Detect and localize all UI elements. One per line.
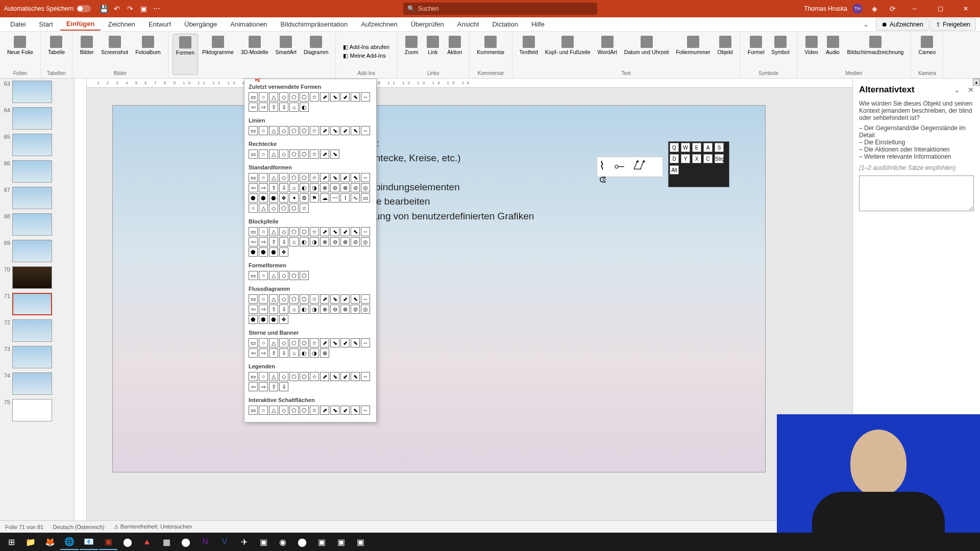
shape-item[interactable]: ⇩ — [279, 103, 288, 112]
shape-item[interactable]: △ — [269, 271, 278, 280]
shape-item[interactable]: ↔ — [361, 406, 370, 415]
shape-item[interactable]: ◇ — [279, 173, 288, 182]
shape-item[interactable]: ⇦ — [249, 382, 258, 391]
shape-item[interactable]: ⬉ — [351, 338, 360, 347]
diagramm-button[interactable]: Diagramm — [301, 34, 331, 75]
shape-item[interactable]: ⬡ — [300, 92, 309, 102]
alt-text-input[interactable] — [859, 176, 974, 211]
shape-item[interactable]: ⇧ — [269, 348, 278, 358]
shape-item[interactable]: ⬣ — [269, 193, 278, 203]
audio-button[interactable]: Audio — [823, 34, 843, 69]
shape-item[interactable]: ↔ — [361, 173, 370, 182]
datum-und-uhrzeit-button[interactable]: Datum und Uhrzeit — [621, 34, 672, 69]
foliennummer-button[interactable]: Foliennummer — [673, 34, 713, 69]
fotoalbum-button[interactable]: Fotoalbum — [132, 34, 164, 69]
shape-item[interactable]: ⬊ — [330, 92, 339, 102]
shape-item[interactable]: ⊗ — [340, 305, 350, 314]
slide-thumbnail[interactable]: 66 — [2, 160, 72, 183]
shape-item[interactable]: ❖ — [279, 247, 288, 257]
shape-item[interactable]: ⬉ — [351, 227, 360, 236]
slide-panel[interactable]: ▲ 63646566676869707172737475 — [0, 79, 75, 551]
shape-item[interactable]: △ — [269, 149, 278, 159]
tab-dictation[interactable]: Dictation — [486, 18, 524, 30]
shape-item[interactable]: ⇦ — [249, 237, 258, 246]
shape-item[interactable]: ◑ — [310, 183, 319, 192]
shape-item[interactable]: △ — [269, 372, 278, 381]
shape-item[interactable]: ▭ — [249, 406, 258, 415]
shape-item[interactable]: ⇨ — [259, 305, 268, 314]
shape-item[interactable]: △ — [269, 338, 278, 347]
app-icon[interactable]: ⬤ — [177, 534, 195, 550]
shape-item[interactable]: ◇ — [279, 92, 288, 102]
shape-item[interactable]: ⇨ — [259, 348, 268, 358]
shape-item[interactable]: ⬋ — [340, 372, 350, 381]
search-input[interactable]: 🔍 Suchen — [403, 3, 597, 15]
shape-item[interactable]: ⬠ — [289, 294, 299, 304]
shape-item[interactable]: ⬠ — [289, 372, 299, 381]
shape-item[interactable]: ⬊ — [330, 338, 339, 347]
shape-item[interactable]: ⬈ — [320, 338, 329, 347]
shape-item[interactable]: ⇧ — [269, 183, 278, 192]
ribbon-collapse-icon[interactable]: ⌄ — [857, 18, 875, 30]
slide-thumbnail[interactable]: 67 — [2, 187, 72, 209]
shape-item[interactable]: ⬉ — [351, 173, 360, 182]
shape-item[interactable]: ⬊ — [330, 126, 339, 135]
shape-item[interactable]: ⬈ — [320, 406, 329, 415]
symbol-button[interactable]: Symbol — [769, 34, 793, 69]
redo-icon[interactable]: ↷ — [125, 4, 135, 14]
shape-item[interactable]: ⬟ — [249, 247, 258, 257]
app-icon[interactable]: ▣ — [254, 534, 273, 550]
outlook-icon[interactable]: 📧 — [80, 534, 98, 550]
shape-item[interactable]: ⬠ — [289, 271, 299, 280]
shape-item[interactable]: ▭ — [249, 92, 258, 102]
shape-item[interactable]: ⬠ — [279, 204, 288, 213]
shape-item[interactable]: ◑ — [310, 348, 319, 358]
tab-entwurf[interactable]: Entwurf — [142, 18, 177, 30]
shapes-dropdown[interactable]: Zuletzt verwendete Formen▭○△◇⬠⬡☆⬈⬊⬋⬉↔⇦⇨⇧… — [244, 79, 377, 422]
slide-freeform-img[interactable]: ⌇ ⟜ ⌰ ⟃ — [597, 157, 663, 177]
slide-keyboard-img[interactable]: QWEASDYXCStrgAlt — [668, 141, 729, 187]
shape-item[interactable]: ⬊ — [330, 406, 339, 415]
shape-item[interactable]: ⇩ — [279, 237, 288, 246]
shape-item[interactable]: ⇧ — [269, 382, 278, 391]
shape-item[interactable]: ⌂ — [289, 103, 299, 112]
tab-bildschirmpräsentation[interactable]: Bildschirmpräsentation — [275, 18, 354, 30]
shape-item[interactable]: ⊗ — [340, 237, 350, 246]
app-icon[interactable]: ⬤ — [118, 534, 137, 550]
shape-item[interactable]: ☆ — [300, 204, 309, 213]
tab-start[interactable]: Start — [33, 18, 59, 30]
shape-item[interactable]: ○ — [259, 271, 268, 280]
shape-item[interactable]: ⬣ — [269, 247, 278, 257]
shape-item[interactable]: ☆ — [310, 406, 319, 415]
editor-area[interactable]: 1 2 3 4 5 6 7 8 9 10 11 12 13 14 15 16 1… — [87, 79, 852, 551]
tab-animationen[interactable]: Animationen — [224, 18, 273, 30]
app-icon[interactable]: ▣ — [351, 534, 370, 550]
shape-item[interactable]: ⬈ — [320, 173, 329, 182]
formen-button[interactable]: Formen — [173, 34, 198, 75]
shape-item[interactable]: ⬠ — [289, 92, 299, 102]
shape-item[interactable]: ⇨ — [259, 382, 268, 391]
shape-item[interactable]: ⬉ — [351, 92, 360, 102]
diamond-icon[interactable]: ◈ — [869, 4, 879, 14]
shape-item[interactable]: ⌂ — [289, 237, 299, 246]
tab-zeichnen[interactable]: Zeichnen — [102, 18, 141, 30]
shape-item[interactable]: ◇ — [279, 149, 288, 159]
link-button[interactable]: Link — [423, 34, 443, 69]
shape-item[interactable]: ⇨ — [259, 103, 268, 112]
shape-item[interactable]: ⬠ — [289, 126, 299, 135]
bilder-button[interactable]: Bilder — [77, 34, 97, 69]
shape-item[interactable]: ⬡ — [300, 338, 309, 347]
slide-thumbnail[interactable]: 63 — [2, 81, 72, 103]
shape-item[interactable]: ○ — [259, 294, 268, 304]
shape-item[interactable]: ◎ — [361, 237, 370, 246]
shape-item[interactable]: ▭ — [361, 193, 370, 203]
shape-item[interactable]: ▭ — [249, 271, 258, 280]
shape-item[interactable]: ⬟ — [249, 315, 258, 324]
explorer-icon[interactable]: 📁 — [21, 534, 40, 550]
shape-item[interactable]: ⌂ — [289, 305, 299, 314]
shape-item[interactable]: △ — [269, 294, 278, 304]
objekt-button[interactable]: Objekt — [715, 34, 736, 69]
shape-item[interactable]: ⬊ — [330, 294, 339, 304]
shape-item[interactable]: △ — [269, 92, 278, 102]
shape-item[interactable]: ❖ — [279, 315, 288, 324]
